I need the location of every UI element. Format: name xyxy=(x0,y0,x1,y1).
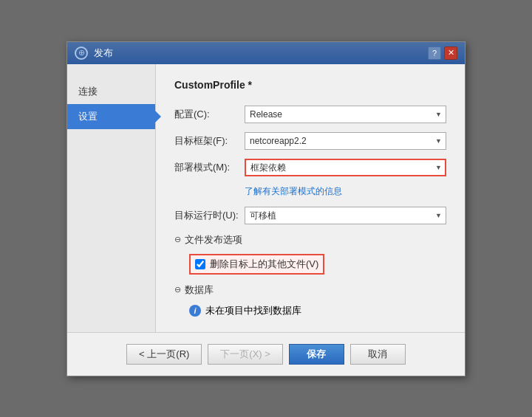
sidebar-item-connect[interactable]: 连接 xyxy=(67,79,155,104)
main-content: CustomProfile * 配置(C): Release 目标框架(F): … xyxy=(156,64,465,332)
file-section-title: 文件发布选项 xyxy=(185,233,242,247)
deploy-select[interactable]: 框架依赖 xyxy=(245,159,446,176)
title-bar-controls: ? ✕ xyxy=(428,46,457,60)
file-section-content: 删除目标上的其他文件(V) xyxy=(189,254,446,275)
save-button[interactable]: 保存 xyxy=(289,344,344,365)
runtime-select[interactable]: 可移植 xyxy=(245,207,446,224)
deploy-label: 部署模式(M): xyxy=(174,161,245,174)
file-section-header: ⊖ 文件发布选项 xyxy=(174,233,446,247)
cancel-button[interactable]: 取消 xyxy=(350,344,406,365)
db-section-header: ⊖ 数据库 xyxy=(174,283,446,297)
delete-files-row: 删除目标上的其他文件(V) xyxy=(189,254,324,275)
db-info-text: 未在项目中找到数据库 xyxy=(205,304,301,317)
deploy-select-wrapper: 框架依赖 xyxy=(245,159,446,176)
delete-files-checkbox[interactable] xyxy=(195,259,205,269)
config-select-wrapper: Release xyxy=(245,106,446,123)
prev-button[interactable]: < 上一页(R) xyxy=(126,344,202,365)
sidebar: 连接 设置 xyxy=(67,64,156,332)
deploy-info-link[interactable]: 了解有关部署模式的信息 xyxy=(245,185,446,198)
dialog-title: 发布 xyxy=(94,46,113,60)
dialog-body: 连接 设置 CustomProfile * 配置(C): Release 目标框… xyxy=(67,64,465,332)
close-button[interactable]: ✕ xyxy=(444,46,457,60)
sidebar-item-settings[interactable]: 设置 xyxy=(67,104,155,129)
publish-icon: ⊕ xyxy=(75,46,88,60)
runtime-select-wrapper: 可移植 xyxy=(245,207,446,224)
db-section-toggle[interactable]: ⊖ xyxy=(174,285,181,294)
help-button[interactable]: ? xyxy=(428,46,441,60)
next-button[interactable]: 下一页(X) > xyxy=(208,344,283,365)
file-section-toggle[interactable]: ⊖ xyxy=(174,235,181,244)
framework-row: 目标框架(F): netcoreapp2.2 xyxy=(174,132,446,150)
publish-dialog: ⊕ 发布 ? ✕ 连接 设置 CustomProfile * 配置(C): xyxy=(66,41,466,376)
config-row: 配置(C): Release xyxy=(174,106,446,123)
dialog-footer: < 上一页(R) 下一页(X) > 保存 取消 xyxy=(67,332,465,376)
info-icon: i xyxy=(189,305,201,317)
config-select[interactable]: Release xyxy=(245,106,446,123)
profile-title: CustomProfile * xyxy=(174,79,446,91)
db-section-title: 数据库 xyxy=(185,283,214,297)
config-label: 配置(C): xyxy=(174,108,245,121)
runtime-row: 目标运行时(U): 可移植 xyxy=(174,207,446,224)
title-bar-left: ⊕ 发布 xyxy=(75,46,113,60)
delete-files-label[interactable]: 删除目标上的其他文件(V) xyxy=(210,258,318,271)
framework-select[interactable]: netcoreapp2.2 xyxy=(245,132,446,150)
runtime-label: 目标运行时(U): xyxy=(174,209,245,222)
title-bar: ⊕ 发布 ? ✕ xyxy=(67,42,465,64)
db-info-row: i 未在项目中找到数据库 xyxy=(189,304,446,317)
framework-select-wrapper: netcoreapp2.2 xyxy=(245,132,446,150)
deploy-row: 部署模式(M): 框架依赖 xyxy=(174,159,446,176)
framework-label: 目标框架(F): xyxy=(174,134,245,148)
db-section: ⊖ 数据库 i 未在项目中找到数据库 xyxy=(174,283,446,317)
